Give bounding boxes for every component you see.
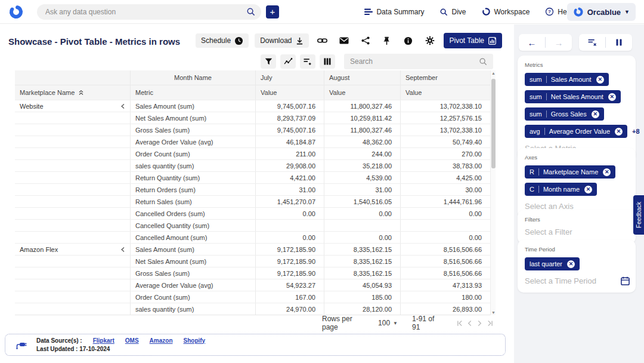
scroll-up-icon[interactable]: ▲	[491, 71, 496, 75]
datasource-label: Data Source(s) :	[36, 337, 82, 345]
metric-chip[interactable]: sumNet Sales Amount✕	[525, 90, 621, 103]
remove-chip-icon[interactable]: ✕	[584, 186, 592, 193]
metric-cell: Cancelled Orders (sum)	[130, 208, 255, 219]
previous-page-button[interactable]	[465, 318, 475, 328]
marketplace-header-cell[interactable]: Marketplace Name	[15, 85, 130, 100]
filter-icon[interactable]	[261, 54, 276, 69]
chip-row: sumGross Sales✕	[525, 107, 630, 121]
remove-chip-icon[interactable]: ✕	[608, 93, 616, 101]
metric-chip[interactable]: avgAverage Order Value✕	[525, 125, 627, 138]
value-header-cell: Value	[400, 85, 490, 100]
metric-cell: Average Order Value (avg)	[130, 136, 255, 147]
axis-chip[interactable]: CMonth name✕	[525, 183, 597, 196]
value-cell: 9,172,185.90	[255, 267, 324, 279]
table-row: Gross Sales (sum)9,172,185.908,335,162.1…	[15, 267, 496, 279]
select-filter-placeholder[interactable]: Select a Filter	[525, 227, 630, 236]
select-time-period-placeholder[interactable]: Select a Time Period	[525, 276, 596, 285]
metric-cell: Gross Sales (sum)	[130, 267, 255, 279]
scrollbar-thumb[interactable]	[491, 79, 496, 168]
chip-aggregation: avg	[530, 128, 540, 135]
remove-chip-icon[interactable]: ✕	[603, 168, 611, 176]
datasource-link[interactable]: OMS	[125, 337, 139, 345]
clock-icon	[234, 36, 243, 45]
last-page-button[interactable]	[485, 318, 495, 328]
columns-icon[interactable]	[320, 54, 335, 69]
value-cell: 31.00	[324, 184, 400, 195]
history-controls: ← →	[519, 34, 632, 51]
copy-link-button[interactable]	[315, 33, 330, 48]
chip-name: Gross Sales	[551, 110, 587, 118]
remove-chip-icon[interactable]: ✕	[592, 110, 599, 118]
nav-data-summary[interactable]: Data Summary	[364, 8, 424, 16]
table-row: Order Count (sum)211.00244.00270.00	[15, 147, 496, 159]
time-period-chip[interactable]: last quarter✕	[525, 257, 580, 270]
pause-button[interactable]	[606, 34, 632, 51]
workspace-icon	[482, 7, 491, 16]
remove-chip-icon[interactable]: ✕	[615, 128, 623, 136]
nav-workspace[interactable]: Workspace	[482, 7, 530, 16]
datasource-link[interactable]: Amazon	[150, 337, 173, 345]
pivot-table-view-button[interactable]: Pivot Table	[444, 33, 502, 48]
value-cell	[400, 220, 490, 231]
schedule-button[interactable]: Schedule	[196, 33, 249, 48]
collapse-chevron-icon[interactable]	[120, 247, 125, 253]
metric-cell: Net Sales Amount (sum)	[130, 256, 255, 267]
search-icon[interactable]	[479, 57, 487, 66]
info-icon[interactable]	[401, 33, 416, 48]
collapse-chevron-icon[interactable]	[120, 103, 125, 109]
table-search-input[interactable]	[350, 57, 479, 66]
download-button[interactable]: Download	[255, 33, 308, 48]
datasource-link[interactable]: Shopify	[184, 337, 206, 345]
select-axis-placeholder[interactable]: Select an Axis	[525, 202, 630, 211]
trend-icon[interactable]	[280, 54, 296, 69]
redo-arrow-button[interactable]: →	[546, 34, 572, 51]
time-period-card: Time Period last quarter✕ Select a Time …	[518, 240, 636, 293]
add-button[interactable]: +	[266, 5, 279, 19]
ask-question-search[interactable]	[37, 4, 261, 20]
axis-chip[interactable]: RMarketplace Name✕	[525, 165, 615, 179]
search-icon[interactable]	[246, 7, 255, 16]
axes-card: Axes RMarketplace Name✕CMonth name✕ Sele…	[518, 148, 636, 218]
more-metrics-count[interactable]: +8	[632, 128, 640, 135]
table-row: Cancelled Quantity (sum)	[15, 219, 496, 231]
metric-chip[interactable]: sumGross Sales✕	[525, 107, 604, 121]
remove-chip-icon[interactable]: ✕	[567, 260, 575, 268]
undo-arrow-button[interactable]: ←	[519, 34, 545, 51]
table-scrollbar[interactable]: ▲ ▼	[490, 70, 496, 315]
datasource-link[interactable]: Flipkart	[93, 337, 114, 345]
scroll-down-icon[interactable]: ▼	[491, 310, 496, 315]
value-cell: 8,516,506.66	[400, 256, 490, 267]
add-row-icon[interactable]	[300, 54, 315, 69]
rows-per-page-select[interactable]: 100 ▼	[378, 319, 398, 327]
chip-divider	[538, 168, 539, 176]
table-row: Return Orders (sum)31.0031.0030.00	[15, 183, 496, 195]
month-header-august: August	[324, 70, 400, 85]
value-cell: 13,702,338.10	[400, 124, 490, 136]
nav-dive[interactable]: Dive	[439, 8, 466, 16]
value-cell: 244.00	[324, 148, 400, 159]
sort-ascending-icon[interactable]	[78, 90, 84, 96]
calendar-icon[interactable]	[621, 276, 630, 285]
first-page-button[interactable]	[455, 318, 465, 328]
value-header-cell: Value	[324, 85, 400, 100]
ask-question-input[interactable]	[45, 8, 246, 16]
value-cell: 47,313.93	[400, 279, 490, 291]
feedback-tab[interactable]: Feedback	[633, 195, 644, 235]
remove-chip-icon[interactable]: ✕	[596, 76, 604, 84]
metric-chip[interactable]: sumSales Amount✕	[525, 73, 609, 86]
top-bar: + Data Summary Dive Workspace ? Help	[0, 0, 644, 24]
table-search[interactable]	[344, 54, 493, 69]
account-menu[interactable]: Orcablue ▼	[567, 3, 636, 21]
clear-all-button[interactable]	[579, 34, 605, 51]
settings-gear-icon[interactable]	[422, 33, 438, 48]
pin-icon[interactable]	[379, 33, 395, 48]
marketplace-name: Amazon Flex	[20, 246, 58, 253]
value-cell: 0.00	[255, 232, 324, 243]
value-cell: 8,335,162.15	[324, 256, 400, 267]
email-button[interactable]	[336, 33, 352, 48]
month-header-july: July	[255, 70, 324, 85]
share-icon[interactable]	[358, 33, 373, 48]
next-page-button[interactable]	[475, 318, 485, 328]
rows-per-page-value: 100	[378, 319, 390, 327]
metric-cell: Order Count (sum)	[130, 291, 255, 303]
